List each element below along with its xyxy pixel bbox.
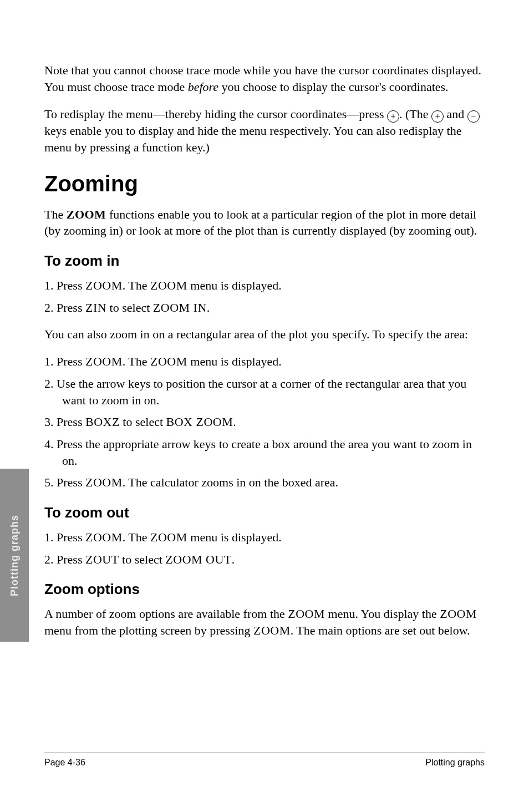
zoom-keyword: ZOOM [85,475,123,489]
list-item: Press ZOOM. The ZOOM menu is displayed. [44,529,485,546]
text: . The [123,530,150,544]
zoom-keyword: ZOOM [150,530,187,544]
text: Press [57,354,85,368]
zoom-keyword: ZOOM [67,207,106,221]
emphasis-before: before [188,80,218,94]
zoom-keyword: ZOOM [150,278,187,292]
text: Press [57,301,85,314]
zoom-out-keyword: ZOOM OUT [165,552,232,566]
minus-key-icon: − [467,110,480,123]
page-content: Note that you cannot choose trace mode w… [0,0,529,639]
page-number: Page 4-36 [44,758,85,768]
zout-keyword: ZOUT [85,552,119,566]
text: . (The [399,107,431,121]
text: menu is displayed. [187,278,282,292]
plus-key-icon: + [387,110,399,123]
text: . [207,301,210,314]
zoom-options-paragraph: A number of zoom options are available f… [44,606,485,638]
text: . The main options are set out below. [291,623,470,637]
zooming-heading: Zooming [44,171,485,196]
zoom-in-paragraph: You can also zoom in on a rectangular ar… [44,326,485,343]
text: functions enable you to look at a partic… [44,207,477,238]
text: . The calculator zooms in on the boxed a… [123,475,338,489]
zoom-keyword: ZOOM [85,530,123,544]
side-tab: Plotting graphs [0,469,29,642]
text: to select [119,552,166,566]
zoom-keyword: ZOOM [440,607,477,621]
text: . The [123,354,150,368]
zoom-in-list-1: Press ZOOM. The ZOOM menu is displayed. … [44,277,485,316]
text: Press [57,552,85,566]
zin-keyword: ZIN [85,301,106,314]
box-zoom-keyword: BOX ZOOM [166,415,233,429]
side-tab-label: Plotting graphs [9,515,21,596]
text: The [44,207,67,221]
text: . The [123,278,150,292]
text: A number of zoom options are available f… [44,607,288,621]
list-item: Press BOXZ to select BOX ZOOM. [44,414,485,430]
zoom-keyword: ZOOM [85,354,123,368]
text: menu is displayed. [187,354,282,368]
zoom-in-heading: To zoom in [44,252,485,270]
text: and [444,107,467,121]
zooming-paragraph: The ZOOM functions enable you to look at… [44,206,485,239]
text: menu from the plotting screen by pressin… [44,623,253,637]
plus-key-icon: + [431,110,444,123]
list-item: Press ZOOM. The ZOOM menu is displayed. [44,353,485,370]
list-item: Press ZOOM. The calculator zooms in on t… [44,474,485,491]
text: To redisplay the menu—thereby hiding the… [44,107,387,121]
list-item: Press ZOOM. The ZOOM menu is displayed. [44,277,485,294]
zoom-keyword: ZOOM [150,354,187,368]
text: keys enable you to display and hide the … [44,124,462,154]
intro-paragraph-2: To redisplay the menu—thereby hiding the… [44,106,485,155]
section-title: Plotting graphs [425,758,485,768]
text: Press [57,278,85,292]
zoom-keyword: ZOOM [85,278,123,292]
text: Press [57,475,85,489]
text: . [232,552,235,566]
text: menu. You display the [325,607,440,621]
zoom-out-list: Press ZOOM. The ZOOM menu is displayed. … [44,529,485,567]
zoom-in-list-2: Press ZOOM. The ZOOM menu is displayed. … [44,353,485,491]
text: Press [57,415,85,429]
text: to select [120,415,166,429]
list-item: Press ZIN to select ZOOM IN. [44,300,485,316]
zoom-keyword: ZOOM [253,623,291,637]
list-item: Press ZOUT to select ZOOM OUT. [44,551,485,568]
intro-paragraph-1: Note that you cannot choose trace mode w… [44,62,485,95]
text: to select [106,301,153,314]
boxz-keyword: BOXZ [85,415,120,429]
zoom-keyword: ZOOM [288,607,325,621]
text: menu is displayed. [187,530,282,544]
page-footer: Page 4-36 Plotting graphs [44,753,485,768]
list-item: Press the appropriate arrow keys to crea… [44,436,485,469]
text: Press [57,530,85,544]
text: you choose to display the cursor's coord… [218,80,449,94]
zoom-options-heading: Zoom options [44,581,485,598]
text: . [233,415,236,429]
list-item: Use the arrow keys to position the curso… [44,375,485,408]
zoom-in-keyword: ZOOM IN [153,301,207,314]
zoom-out-heading: To zoom out [44,504,485,521]
